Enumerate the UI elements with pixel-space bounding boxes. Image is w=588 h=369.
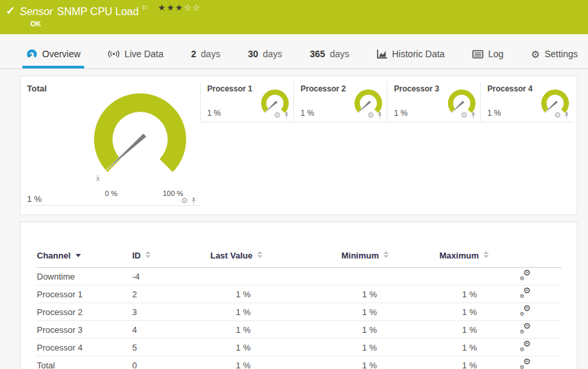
gear-icon[interactable]: ⚙ <box>554 111 561 119</box>
column-header-minimum[interactable]: Minimum <box>262 222 389 268</box>
sort-desc-icon <box>76 254 81 257</box>
divider <box>26 205 201 206</box>
star-filled-icon[interactable]: ★ <box>158 3 166 12</box>
check-icon: ✓ <box>6 4 15 18</box>
channel-name: Downtime <box>37 268 132 285</box>
gauges-panel: Total x̄ 1 % 0 % 100 % ⚙ Processor 1 1 %… <box>20 76 577 215</box>
channel-id: -4 <box>132 268 198 285</box>
channel-table-panel: Channel ID Last Value Minimum Maximum Do… <box>20 222 577 369</box>
sensor-name: SNMP CPU Load <box>57 6 139 17</box>
average-marker: x̄ <box>96 175 99 182</box>
sort-icon <box>145 251 151 258</box>
tab-historic-data[interactable]: Historic Data <box>373 42 449 68</box>
log-icon <box>472 50 483 59</box>
channel-name: Processor 2 <box>37 303 132 321</box>
tab-30-days[interactable]: 30 days <box>244 42 286 68</box>
channel-row[interactable]: Processor 4 5 1 % 1 % 1 % ⚙⚙ <box>37 339 562 357</box>
star-empty-icon[interactable]: ☆ <box>184 3 192 12</box>
sensor-type-label: Sensor <box>20 6 53 17</box>
channel-settings-icon[interactable]: ⚙⚙ <box>520 341 531 351</box>
channel-last-value: 1 % <box>198 303 262 321</box>
prtg-sensor-page: { "colors":{"accent_green":"#b7c41a","ga… <box>0 0 588 369</box>
channel-row[interactable]: Downtime -4 ⚙⚙ <box>37 268 562 285</box>
pin-icon[interactable] <box>191 197 197 205</box>
channel-last-value: 1 % <box>198 285 262 303</box>
channel-row[interactable]: Processor 2 3 1 % 1 % 1 % ⚙⚙ <box>37 303 562 321</box>
priority-stars[interactable]: ★★★☆☆ <box>158 3 201 12</box>
column-header-last-value[interactable]: Last Value <box>198 222 262 268</box>
gear-icon[interactable]: ⚙ <box>460 111 468 119</box>
total-last-value: 1 % <box>27 194 41 204</box>
pin-icon[interactable] <box>283 112 289 119</box>
channel-minimum: 1 % <box>262 303 389 321</box>
channel-row[interactable]: Processor 3 4 1 % 1 % 1 % ⚙⚙ <box>37 321 562 339</box>
channel-id: 3 <box>132 303 198 321</box>
column-header-channel[interactable]: Channel <box>37 222 132 268</box>
processor-last-value: 1 % <box>487 109 501 118</box>
channel-settings-icon[interactable]: ⚙⚙ <box>520 324 531 333</box>
channel-last-value: 1 % <box>198 321 262 339</box>
status-badge: OK <box>30 20 41 28</box>
channel-last-value: 1 % <box>198 339 262 357</box>
processor-last-value: 1 % <box>207 109 221 118</box>
processor-last-value: 1 % <box>394 109 408 118</box>
tab-2-days[interactable]: 2 days <box>187 42 224 68</box>
channel-row[interactable]: Total 0 1 % 1 % 1 % ⚙⚙ <box>37 357 562 369</box>
processor-gauge-cell-4: Processor 4 1 % ⚙ <box>480 82 574 122</box>
gauge-scale-min: 0 % <box>95 189 127 197</box>
total-gauge-label: Total <box>27 84 47 93</box>
column-header-id[interactable]: ID <box>132 222 198 268</box>
gear-icon[interactable]: ⚙ <box>367 111 374 119</box>
channel-settings-icon[interactable]: ⚙⚙ <box>520 270 531 280</box>
channel-name: Processor 3 <box>37 321 132 339</box>
pin-icon[interactable] <box>377 112 383 119</box>
gear-icon[interactable]: ⚙ <box>274 111 281 119</box>
tab-overview[interactable]: Overview <box>22 42 84 68</box>
channel-minimum: 1 % <box>262 285 389 303</box>
gear-icon: ⚙ <box>531 49 539 59</box>
total-cell-icons: ⚙ <box>181 197 197 205</box>
processor-gauge-cell-2: Processor 2 1 % ⚙ <box>293 82 387 122</box>
column-header-actions <box>489 222 562 268</box>
tab-log[interactable]: Log <box>468 42 507 68</box>
tab-live-data[interactable]: Live Data <box>104 42 167 68</box>
channel-maximum: 1 % <box>389 303 489 321</box>
channel-name: Processor 1 <box>37 285 132 303</box>
column-header-maximum[interactable]: Maximum <box>389 222 489 268</box>
channel-table-header-row: Channel ID Last Value Minimum Maximum <box>37 222 562 268</box>
pin-icon[interactable] <box>564 112 570 119</box>
star-empty-icon[interactable]: ☆ <box>193 3 201 12</box>
sort-icon <box>257 251 262 258</box>
processor-gauge-cell-3: Processor 3 1 % ⚙ <box>387 82 480 122</box>
page-title: SensorSNMP CPU Load⚐ <box>20 4 148 18</box>
pin-icon[interactable] <box>470 112 476 119</box>
tab-settings[interactable]: ⚙ Settings <box>527 42 581 68</box>
flag-icon[interactable]: ⚐ <box>141 4 148 12</box>
channel-settings-icon[interactable]: ⚙⚙ <box>520 306 531 316</box>
channel-id: 0 <box>132 357 198 369</box>
star-filled-icon[interactable]: ★ <box>166 3 175 12</box>
processor-last-value: 1 % <box>301 109 314 118</box>
channel-maximum: 1 % <box>389 321 489 339</box>
channel-settings-icon[interactable]: ⚙⚙ <box>520 288 531 298</box>
total-gauge[interactable]: x̄ <box>74 80 206 201</box>
channel-maximum: 1 % <box>389 357 489 369</box>
channel-id: 5 <box>132 339 198 357</box>
sort-icon <box>383 251 389 258</box>
broadcast-icon <box>108 49 120 59</box>
chart-icon <box>377 49 387 59</box>
channel-maximum: 1 % <box>389 339 489 357</box>
channel-row[interactable]: Processor 1 2 1 % 1 % 1 % ⚙⚙ <box>37 285 562 303</box>
gear-icon[interactable]: ⚙ <box>181 197 188 205</box>
channel-last-value: 1 % <box>198 357 262 369</box>
channel-settings-icon[interactable]: ⚙⚙ <box>520 359 531 369</box>
star-filled-icon[interactable]: ★ <box>175 3 184 12</box>
channel-minimum: 1 % <box>262 321 389 339</box>
channel-minimum: 1 % <box>262 339 389 357</box>
processor-label: Processor 1 <box>207 84 253 93</box>
processor-gauges-row: Processor 1 1 % ⚙ Processor 2 1 % ⚙ Proc… <box>200 82 574 122</box>
sort-icon <box>483 251 489 258</box>
tab-365-days[interactable]: 365 days <box>306 42 353 68</box>
gauge-icon <box>26 49 37 60</box>
channel-maximum: 1 % <box>389 285 489 303</box>
